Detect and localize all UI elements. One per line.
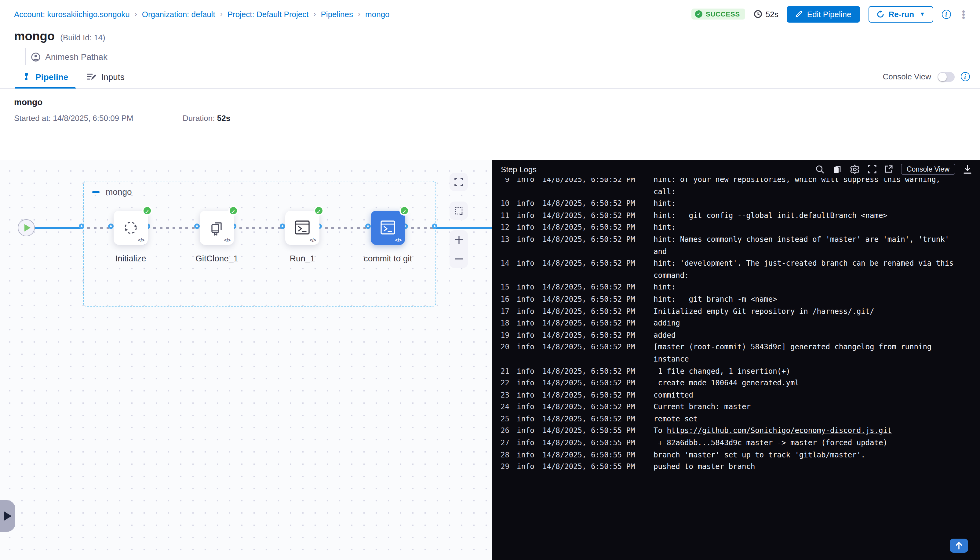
port	[194, 223, 199, 229]
log-row: instance	[496, 353, 980, 365]
log-settings-button[interactable]	[850, 164, 860, 174]
breadcrumb-separator: ›	[313, 10, 316, 18]
sync-icon	[122, 218, 140, 237]
expand-icon	[868, 165, 877, 173]
pipeline-start-node[interactable]	[18, 219, 35, 236]
log-row: 12info14/8/2025, 6:50:52 PMhint:	[496, 222, 980, 234]
zoom-out-icon	[454, 257, 463, 260]
breadcrumb-link[interactable]: Pipelines	[321, 10, 353, 18]
console-view-info-icon[interactable]: i	[960, 72, 970, 81]
log-rows: 9info14/8/2025, 6:50:52 PMhint: of your …	[492, 178, 980, 473]
edge-end	[436, 227, 492, 229]
breadcrumb-separator: ›	[358, 10, 360, 18]
tab-pipeline[interactable]: Pipeline	[22, 65, 68, 88]
canvas-fullscreen-button[interactable]	[450, 173, 468, 191]
execution-name: mongo	[14, 97, 980, 107]
pipeline-canvas[interactable]: mongo	[0, 160, 492, 560]
terminal-icon	[379, 219, 397, 236]
author-row: Animesh Pathak	[25, 48, 980, 65]
rerun-button[interactable]: Re-run ▼	[868, 6, 933, 22]
success-check-icon: ✓	[228, 206, 238, 215]
marquee-select-icon	[454, 206, 463, 215]
copy-icon	[833, 164, 842, 174]
step-node-commit-to-git[interactable]: ✓ </>	[371, 211, 405, 245]
tab-inputs-label: Inputs	[101, 72, 124, 82]
kebab-menu-icon[interactable]: •••	[959, 10, 968, 18]
code-icon: </>	[138, 238, 144, 243]
breadcrumb-link[interactable]: Organization: default	[142, 10, 215, 18]
edit-pipeline-label: Edit Pipeline	[807, 10, 852, 18]
console-view-toggle[interactable]	[937, 72, 954, 82]
log-download-button[interactable]	[963, 165, 972, 174]
top-bar: Account: kurosakiichigo.songoku›Organiza…	[0, 0, 980, 28]
log-row: call:	[496, 186, 980, 198]
page-title: mongo	[14, 29, 55, 43]
user-icon	[31, 52, 40, 62]
breadcrumb-link[interactable]: mongo	[365, 10, 390, 18]
step-node-initialize[interactable]: ✓ </>	[113, 211, 148, 245]
zoom-in-button[interactable]	[450, 230, 468, 249]
tab-inputs[interactable]: Inputs	[87, 65, 124, 88]
edge-start	[35, 227, 83, 229]
step-node-run[interactable]: ✓ </>	[285, 211, 320, 245]
tab-bar: Pipeline Inputs Console View i	[0, 65, 980, 88]
log-search-button[interactable]	[816, 165, 825, 174]
scroll-to-top-button[interactable]	[950, 538, 968, 553]
breadcrumb-separator: ›	[135, 10, 137, 18]
port	[365, 223, 370, 229]
success-check-icon: ✓	[142, 206, 152, 215]
status-badge: ✓ SUCCESS	[692, 8, 745, 20]
step-node-gitclone[interactable]: ✓ </>	[200, 211, 234, 245]
rerun-icon	[876, 10, 884, 18]
edge-dotted	[325, 227, 370, 229]
play-icon	[3, 511, 11, 521]
log-row: 29info14/8/2025, 6:50:55 PMpushed to mas…	[496, 462, 980, 473]
check-icon: ✓	[695, 10, 703, 18]
log-row: 9info14/8/2025, 6:50:52 PMhint: of your …	[496, 178, 980, 186]
info-icon[interactable]: i	[942, 10, 951, 18]
top-actions: ✓ SUCCESS 52s Edit Pipeline	[692, 6, 968, 22]
log-repo-link[interactable]: https://github.com/Sonichigo/economy-dis…	[667, 427, 892, 435]
status-text: SUCCESS	[706, 10, 740, 18]
breadcrumb-link[interactable]: Project: Default Project	[228, 10, 309, 18]
breadcrumb-separator: ›	[220, 10, 223, 18]
code-icon: </>	[395, 238, 401, 243]
title-block: mongo (Build Id: 14) Animesh Pathak	[0, 28, 980, 65]
collapse-stage-icon[interactable]	[92, 191, 100, 193]
log-row: 18info14/8/2025, 6:50:52 PMadding	[496, 318, 980, 330]
log-row: 22info14/8/2025, 6:50:52 PM create mode …	[496, 377, 980, 389]
console-view-label: Console View	[883, 72, 931, 81]
log-row: 24info14/8/2025, 6:50:52 PMCurrent branc…	[496, 402, 980, 413]
clone-icon	[208, 218, 226, 237]
zoom-out-button[interactable]	[450, 250, 468, 268]
play-icon	[24, 224, 30, 232]
edit-pipeline-button[interactable]: Edit Pipeline	[787, 6, 860, 22]
log-row: 25info14/8/2025, 6:50:52 PMremote set	[496, 413, 980, 425]
log-row: 26info14/8/2025, 6:50:55 PMTo https://gi…	[496, 425, 980, 437]
canvas-marquee-button[interactable]	[450, 202, 468, 220]
log-row: 20info14/8/2025, 6:50:52 PM[master (root…	[496, 342, 980, 353]
inputs-icon	[87, 72, 96, 81]
log-open-new-tab-button[interactable]	[885, 165, 893, 173]
log-fullscreen-button[interactable]	[868, 165, 877, 173]
execution-duration: Duration: 52s	[183, 113, 230, 123]
log-console-view-button[interactable]: Console View	[901, 164, 955, 175]
edge-dotted	[240, 227, 284, 229]
stage-name: mongo	[106, 187, 132, 197]
search-icon	[816, 165, 825, 174]
log-row: 28info14/8/2025, 6:50:55 PMbranch 'maste…	[496, 449, 980, 461]
step-label: commit to git	[345, 253, 431, 263]
started-at: Started at: 14/8/2025, 6:50:09 PM	[14, 113, 183, 123]
expand-panel-handle[interactable]	[0, 500, 15, 532]
step-logs-panel: Step Logs	[492, 160, 980, 560]
code-icon: </>	[224, 238, 230, 243]
step-label: Initialize	[88, 253, 173, 263]
clock-icon	[754, 10, 763, 18]
log-copy-button[interactable]	[833, 164, 842, 174]
arrow-up-icon	[955, 542, 962, 550]
breadcrumb-link[interactable]: Account: kurosakiichigo.songoku	[14, 10, 130, 18]
tab-pipeline-label: Pipeline	[35, 72, 68, 82]
success-check-icon: ✓	[314, 206, 324, 215]
fullscreen-icon	[454, 178, 463, 186]
log-row: 10info14/8/2025, 6:50:52 PMhint:	[496, 198, 980, 210]
